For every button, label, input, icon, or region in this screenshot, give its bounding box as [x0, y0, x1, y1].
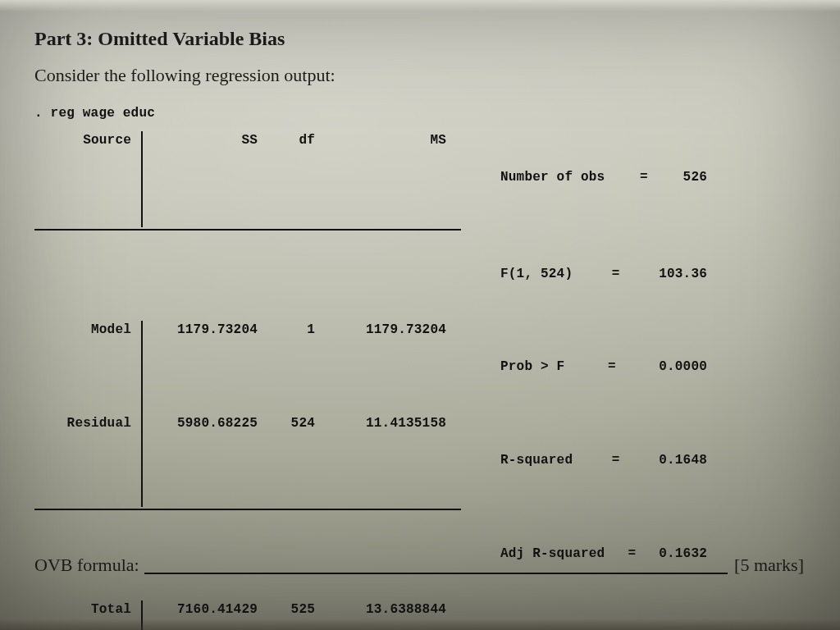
anova-header-ss: SS: [141, 131, 272, 228]
anova-header-df: df: [272, 131, 330, 228]
document-page: Part 3: Omitted Variable Bias Consider t…: [0, 0, 840, 630]
stat-value: 0.1648: [659, 451, 707, 470]
answer-prompt: OVB formula:: [34, 555, 139, 576]
section-title: Part 3: Omitted Variable Bias: [34, 28, 806, 50]
stat-label: R-squared: [500, 451, 573, 470]
answer-blank[interactable]: [144, 555, 728, 574]
stat-value: 103.36: [659, 265, 707, 284]
stat-value: 0.0000: [659, 358, 707, 377]
marks-label: [5 marks]: [734, 555, 804, 576]
equals-sign: =: [633, 168, 655, 187]
equals-sign: =: [605, 451, 627, 470]
equals-sign: =: [605, 265, 627, 284]
anova-cell: 525: [272, 600, 330, 630]
stata-command: . reg wage educ: [34, 104, 806, 123]
anova-cell: 13.6388844: [330, 600, 461, 630]
anova-cell: 11.4135158: [330, 414, 461, 508]
stat-line: F(1, 524) = 103.36: [500, 265, 707, 284]
anova-row-name: Model: [34, 321, 141, 414]
anova-row-name: Total: [34, 600, 141, 630]
answer-line: OVB formula: [5 marks]: [34, 555, 804, 576]
stat-value: 526: [683, 168, 707, 187]
stat-line: Number of obs = 526: [500, 168, 707, 187]
anova-cell: 1: [272, 321, 330, 414]
anova-cell: 5980.68225: [141, 414, 272, 508]
stat-label: F(1, 524): [500, 265, 573, 284]
anova-header-source: Source: [34, 131, 141, 228]
stat-label: Number of obs: [500, 168, 605, 187]
instruction-text: Consider the following regression output…: [34, 65, 806, 86]
stat-line: Prob > F = 0.0000: [500, 358, 707, 377]
anova-cell: 1179.73204: [330, 321, 461, 414]
stat-line: R-squared = 0.1648: [500, 451, 707, 470]
stat-label: Prob > F: [500, 358, 564, 377]
anova-cell: 524: [272, 414, 330, 508]
anova-cell: 1179.73204: [141, 321, 272, 414]
anova-cell: 7160.41429: [141, 600, 272, 630]
equals-sign: =: [601, 358, 623, 377]
anova-row-name: Residual: [34, 414, 141, 508]
anova-header-ms: MS: [330, 131, 461, 228]
